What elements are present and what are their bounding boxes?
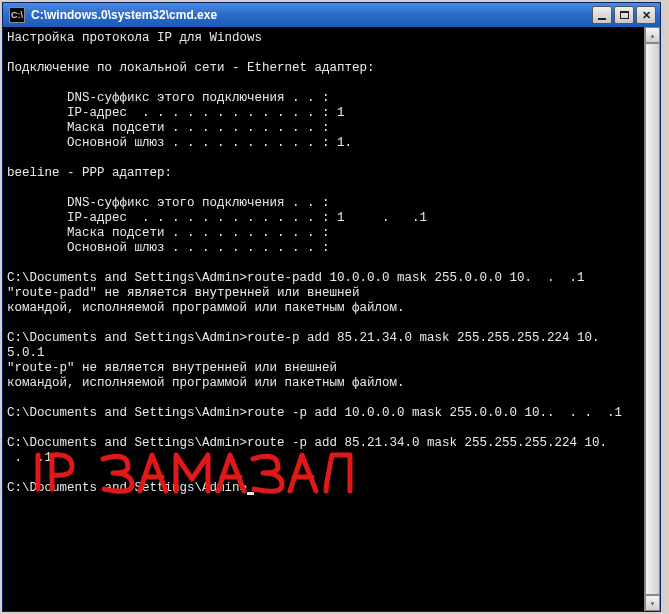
terminal-output[interactable]: Настройка протокола IP для Windows Подкл… xyxy=(3,27,644,611)
terminal-line: IP-адрес . . . . . . . . . . . . : 1 xyxy=(7,106,345,120)
window-title: C:\windows.0\system32\cmd.exe xyxy=(29,8,592,22)
terminal-line: "route-padd" не является внутренней или … xyxy=(7,286,360,300)
terminal-line: IP-адрес . . . . . . . . . . . . : 1 . .… xyxy=(7,211,427,225)
terminal-line: C:\Documents and Settings\Admin>route-pa… xyxy=(7,271,585,285)
terminal-line: 5.0.1 xyxy=(7,346,45,360)
terminal-line: DNS-суффикс этого подключения . . : xyxy=(7,91,330,105)
terminal-area: Настройка протокола IP для Windows Подкл… xyxy=(3,27,660,611)
minimize-button[interactable] xyxy=(592,6,612,24)
terminal-line: командой, исполняемой программой или пак… xyxy=(7,376,405,390)
terminal-line: Настройка протокола IP для Windows xyxy=(7,31,262,45)
terminal-line: . .1 xyxy=(7,451,52,465)
scroll-up-button[interactable]: ▴ xyxy=(645,27,660,43)
terminal-line: Маска подсети . . . . . . . . . . : xyxy=(7,226,330,240)
cmd-window: C:\ C:\windows.0\system32\cmd.exe ✕ Наст… xyxy=(2,2,661,612)
terminal-line: Основной шлюз . . . . . . . . . . : xyxy=(7,241,330,255)
cmd-icon: C:\ xyxy=(9,7,25,23)
scroll-thumb[interactable] xyxy=(645,43,660,595)
terminal-line: Маска подсети . . . . . . . . . . : xyxy=(7,121,330,135)
terminal-line: C:\Documents and Settings\Admin>route-p … xyxy=(7,331,600,345)
terminal-line: Основной шлюз . . . . . . . . . . : 1. xyxy=(7,136,352,150)
terminal-line: C:\Documents and Settings\Admin>route -p… xyxy=(7,436,607,450)
close-button[interactable]: ✕ xyxy=(636,6,656,24)
terminal-line: beeline - PPP адаптер: xyxy=(7,166,172,180)
scroll-down-button[interactable]: ▾ xyxy=(645,595,660,611)
scroll-track[interactable] xyxy=(645,43,660,595)
maximize-button[interactable] xyxy=(614,6,634,24)
terminal-line: C:\Documents and Settings\Admin>route -p… xyxy=(7,406,622,420)
terminal-prompt: C:\Documents and Settings\Admin> xyxy=(7,481,247,495)
terminal-line: командой, исполняемой программой или пак… xyxy=(7,301,405,315)
terminal-line: DNS-суффикс этого подключения . . : xyxy=(7,196,330,210)
terminal-line: Подключение по локальной сети - Ethernet… xyxy=(7,61,375,75)
titlebar[interactable]: C:\ C:\windows.0\system32\cmd.exe ✕ xyxy=(3,3,660,27)
terminal-line: "route-p" не является внутренней или вне… xyxy=(7,361,337,375)
cursor xyxy=(247,492,254,495)
window-buttons: ✕ xyxy=(592,6,656,24)
scrollbar[interactable]: ▴ ▾ xyxy=(644,27,660,611)
